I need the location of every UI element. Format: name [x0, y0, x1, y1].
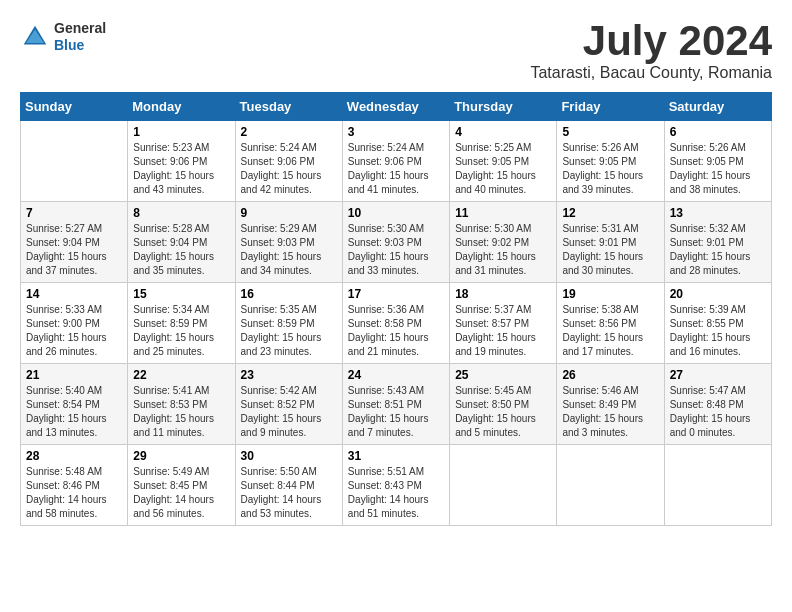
day-info: Sunrise: 5:24 AM Sunset: 9:06 PM Dayligh… [241, 141, 337, 197]
calendar-week-row: 28Sunrise: 5:48 AM Sunset: 8:46 PM Dayli… [21, 445, 772, 526]
calendar-cell: 7Sunrise: 5:27 AM Sunset: 9:04 PM Daylig… [21, 202, 128, 283]
header-tuesday: Tuesday [235, 93, 342, 121]
day-info: Sunrise: 5:46 AM Sunset: 8:49 PM Dayligh… [562, 384, 658, 440]
calendar-cell: 17Sunrise: 5:36 AM Sunset: 8:58 PM Dayli… [342, 283, 449, 364]
day-info: Sunrise: 5:26 AM Sunset: 9:05 PM Dayligh… [670, 141, 766, 197]
day-number: 4 [455, 125, 551, 139]
day-number: 30 [241, 449, 337, 463]
calendar-cell: 2Sunrise: 5:24 AM Sunset: 9:06 PM Daylig… [235, 121, 342, 202]
day-number: 15 [133, 287, 229, 301]
day-number: 2 [241, 125, 337, 139]
calendar-cell: 29Sunrise: 5:49 AM Sunset: 8:45 PM Dayli… [128, 445, 235, 526]
day-info: Sunrise: 5:42 AM Sunset: 8:52 PM Dayligh… [241, 384, 337, 440]
day-info: Sunrise: 5:29 AM Sunset: 9:03 PM Dayligh… [241, 222, 337, 278]
header-wednesday: Wednesday [342, 93, 449, 121]
day-number: 31 [348, 449, 444, 463]
day-number: 20 [670, 287, 766, 301]
calendar-week-row: 7Sunrise: 5:27 AM Sunset: 9:04 PM Daylig… [21, 202, 772, 283]
day-info: Sunrise: 5:39 AM Sunset: 8:55 PM Dayligh… [670, 303, 766, 359]
calendar-cell [557, 445, 664, 526]
day-number: 5 [562, 125, 658, 139]
day-number: 25 [455, 368, 551, 382]
calendar-cell: 5Sunrise: 5:26 AM Sunset: 9:05 PM Daylig… [557, 121, 664, 202]
header-thursday: Thursday [450, 93, 557, 121]
day-info: Sunrise: 5:40 AM Sunset: 8:54 PM Dayligh… [26, 384, 122, 440]
day-info: Sunrise: 5:30 AM Sunset: 9:02 PM Dayligh… [455, 222, 551, 278]
day-number: 28 [26, 449, 122, 463]
day-info: Sunrise: 5:41 AM Sunset: 8:53 PM Dayligh… [133, 384, 229, 440]
month-year-title: July 2024 [530, 20, 772, 62]
day-info: Sunrise: 5:32 AM Sunset: 9:01 PM Dayligh… [670, 222, 766, 278]
location-title: Tatarasti, Bacau County, Romania [530, 64, 772, 82]
calendar-cell: 11Sunrise: 5:30 AM Sunset: 9:02 PM Dayli… [450, 202, 557, 283]
calendar-cell: 16Sunrise: 5:35 AM Sunset: 8:59 PM Dayli… [235, 283, 342, 364]
day-number: 17 [348, 287, 444, 301]
day-number: 18 [455, 287, 551, 301]
calendar-week-row: 1Sunrise: 5:23 AM Sunset: 9:06 PM Daylig… [21, 121, 772, 202]
calendar-cell: 1Sunrise: 5:23 AM Sunset: 9:06 PM Daylig… [128, 121, 235, 202]
day-info: Sunrise: 5:36 AM Sunset: 8:58 PM Dayligh… [348, 303, 444, 359]
calendar-cell: 14Sunrise: 5:33 AM Sunset: 9:00 PM Dayli… [21, 283, 128, 364]
day-number: 8 [133, 206, 229, 220]
day-number: 21 [26, 368, 122, 382]
calendar-cell [21, 121, 128, 202]
day-info: Sunrise: 5:25 AM Sunset: 9:05 PM Dayligh… [455, 141, 551, 197]
day-number: 13 [670, 206, 766, 220]
day-number: 12 [562, 206, 658, 220]
day-number: 19 [562, 287, 658, 301]
calendar-cell: 9Sunrise: 5:29 AM Sunset: 9:03 PM Daylig… [235, 202, 342, 283]
calendar-cell: 31Sunrise: 5:51 AM Sunset: 8:43 PM Dayli… [342, 445, 449, 526]
calendar-cell: 22Sunrise: 5:41 AM Sunset: 8:53 PM Dayli… [128, 364, 235, 445]
day-info: Sunrise: 5:27 AM Sunset: 9:04 PM Dayligh… [26, 222, 122, 278]
calendar-table: SundayMondayTuesdayWednesdayThursdayFrid… [20, 92, 772, 526]
calendar-cell: 8Sunrise: 5:28 AM Sunset: 9:04 PM Daylig… [128, 202, 235, 283]
day-info: Sunrise: 5:50 AM Sunset: 8:44 PM Dayligh… [241, 465, 337, 521]
day-info: Sunrise: 5:45 AM Sunset: 8:50 PM Dayligh… [455, 384, 551, 440]
calendar-cell: 13Sunrise: 5:32 AM Sunset: 9:01 PM Dayli… [664, 202, 771, 283]
calendar-cell [664, 445, 771, 526]
day-info: Sunrise: 5:38 AM Sunset: 8:56 PM Dayligh… [562, 303, 658, 359]
day-info: Sunrise: 5:23 AM Sunset: 9:06 PM Dayligh… [133, 141, 229, 197]
calendar-cell: 26Sunrise: 5:46 AM Sunset: 8:49 PM Dayli… [557, 364, 664, 445]
calendar-cell: 19Sunrise: 5:38 AM Sunset: 8:56 PM Dayli… [557, 283, 664, 364]
header-monday: Monday [128, 93, 235, 121]
day-number: 22 [133, 368, 229, 382]
day-info: Sunrise: 5:37 AM Sunset: 8:57 PM Dayligh… [455, 303, 551, 359]
calendar-cell: 10Sunrise: 5:30 AM Sunset: 9:03 PM Dayli… [342, 202, 449, 283]
day-number: 3 [348, 125, 444, 139]
day-number: 27 [670, 368, 766, 382]
day-info: Sunrise: 5:35 AM Sunset: 8:59 PM Dayligh… [241, 303, 337, 359]
logo: General Blue [20, 20, 106, 54]
calendar-cell: 18Sunrise: 5:37 AM Sunset: 8:57 PM Dayli… [450, 283, 557, 364]
day-number: 24 [348, 368, 444, 382]
calendar-header-row: SundayMondayTuesdayWednesdayThursdayFrid… [21, 93, 772, 121]
calendar-week-row: 14Sunrise: 5:33 AM Sunset: 9:00 PM Dayli… [21, 283, 772, 364]
day-number: 6 [670, 125, 766, 139]
title-section: July 2024 Tatarasti, Bacau County, Roman… [530, 20, 772, 82]
day-info: Sunrise: 5:30 AM Sunset: 9:03 PM Dayligh… [348, 222, 444, 278]
calendar-cell: 4Sunrise: 5:25 AM Sunset: 9:05 PM Daylig… [450, 121, 557, 202]
day-number: 7 [26, 206, 122, 220]
logo-blue: Blue [54, 37, 106, 54]
day-number: 16 [241, 287, 337, 301]
calendar-cell: 27Sunrise: 5:47 AM Sunset: 8:48 PM Dayli… [664, 364, 771, 445]
day-info: Sunrise: 5:33 AM Sunset: 9:00 PM Dayligh… [26, 303, 122, 359]
calendar-cell: 30Sunrise: 5:50 AM Sunset: 8:44 PM Dayli… [235, 445, 342, 526]
day-info: Sunrise: 5:31 AM Sunset: 9:01 PM Dayligh… [562, 222, 658, 278]
header-friday: Friday [557, 93, 664, 121]
day-info: Sunrise: 5:43 AM Sunset: 8:51 PM Dayligh… [348, 384, 444, 440]
day-number: 29 [133, 449, 229, 463]
day-info: Sunrise: 5:47 AM Sunset: 8:48 PM Dayligh… [670, 384, 766, 440]
day-info: Sunrise: 5:51 AM Sunset: 8:43 PM Dayligh… [348, 465, 444, 521]
day-number: 9 [241, 206, 337, 220]
calendar-cell [450, 445, 557, 526]
calendar-cell: 15Sunrise: 5:34 AM Sunset: 8:59 PM Dayli… [128, 283, 235, 364]
calendar-cell: 20Sunrise: 5:39 AM Sunset: 8:55 PM Dayli… [664, 283, 771, 364]
day-info: Sunrise: 5:34 AM Sunset: 8:59 PM Dayligh… [133, 303, 229, 359]
calendar-week-row: 21Sunrise: 5:40 AM Sunset: 8:54 PM Dayli… [21, 364, 772, 445]
day-info: Sunrise: 5:26 AM Sunset: 9:05 PM Dayligh… [562, 141, 658, 197]
calendar-cell: 25Sunrise: 5:45 AM Sunset: 8:50 PM Dayli… [450, 364, 557, 445]
day-number: 26 [562, 368, 658, 382]
calendar-cell: 24Sunrise: 5:43 AM Sunset: 8:51 PM Dayli… [342, 364, 449, 445]
day-number: 10 [348, 206, 444, 220]
